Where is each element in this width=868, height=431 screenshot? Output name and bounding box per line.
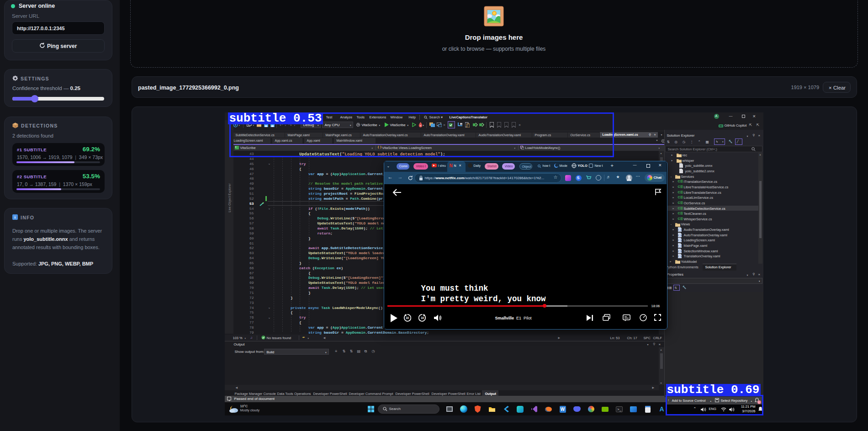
svg-text:10: 10 — [420, 316, 424, 319]
svg-text:10: 10 — [405, 316, 409, 319]
